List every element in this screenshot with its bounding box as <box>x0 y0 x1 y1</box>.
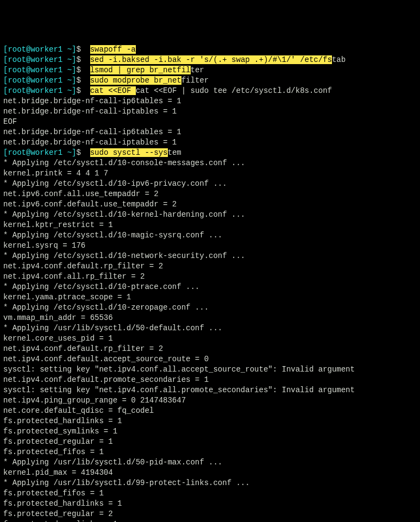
terminal-output[interactable]: [root@worker1 ~]$ swapoff -a[root@worker… <box>3 45 417 522</box>
output-text: * Applying /etc/sysctl.d/10-kernel-harde… <box>3 210 245 219</box>
output-text: fs.protected_symlinks = 1 <box>3 520 117 522</box>
prompt-dollar: $ <box>76 86 85 95</box>
prompt-user: root <box>8 86 26 95</box>
output-text: net.ipv6.conf.default.use_tempaddr = 2 <box>3 200 177 209</box>
terminal-line: net.ipv4.conf.default.promote_secondarie… <box>3 375 417 385</box>
terminal-line: net.bridge.bridge-nf-call-ip6tables = 1 <box>3 96 417 106</box>
terminal-line: kernel.printk = 4 4 1 7 <box>3 168 417 179</box>
terminal-line: fs.protected_regular = 1 <box>3 437 417 447</box>
prompt-user: root <box>8 55 26 64</box>
terminal-line: [root@worker1 ~]$ sudo sysctl --system <box>3 148 417 158</box>
terminal-line: [root@worker1 ~]$ lsmod | grep br_netfil… <box>3 65 417 76</box>
terminal-line: * Applying /etc/sysctl.d/10-ptrace.conf … <box>3 282 417 292</box>
command-text: ter <box>191 66 204 74</box>
output-text: * Applying /etc/sysctl.d/10-console-mess… <box>3 159 245 167</box>
terminal-line: net.core.default_qdisc = fq_codel <box>3 406 417 416</box>
output-text: * Applying /etc/sysctl.d/10-network-secu… <box>3 251 245 260</box>
terminal-line: [root@worker1 ~]$ sudo modprobe br_netfi… <box>3 76 417 86</box>
command-text <box>85 148 90 157</box>
terminal-line: fs.protected_regular = 2 <box>3 509 417 519</box>
output-text: net.ipv6.conf.all.use_tempaddr = 2 <box>3 190 159 198</box>
output-text: net.ipv4.conf.default.rp_filter = 2 <box>3 344 163 353</box>
terminal-line: [root@worker1 ~]$ cat <<EOF cat <<EOF | … <box>3 86 417 96</box>
output-text: EOF <box>3 117 17 126</box>
terminal-line: * Applying /etc/sysctl.d/10-zeropage.con… <box>3 303 417 313</box>
terminal-line: * Applying /usr/lib/sysctl.d/99-protect-… <box>3 478 417 488</box>
prompt-host: worker1 <box>30 148 62 157</box>
output-text: kernel.yama.ptrace_scope = 1 <box>3 293 131 301</box>
output-text: kernel.core_uses_pid = 1 <box>3 334 113 343</box>
command-text <box>85 76 90 85</box>
output-text: fs.protected_fifos = 1 <box>3 489 104 498</box>
terminal-line: fs.protected_hardlinks = 1 <box>3 499 417 509</box>
terminal-line: vm.mmap_min_addr = 65536 <box>3 313 417 323</box>
terminal-line: net.ipv4.conf.default.accept_source_rout… <box>3 354 417 364</box>
highlighted-command-text: swapoff -a <box>90 45 136 54</box>
command-text: tab <box>332 55 346 64</box>
highlighted-command-text: sudo modprobe br_net <box>90 76 181 85</box>
prompt-host: worker1 <box>30 76 62 85</box>
prompt-host: worker1 <box>30 86 62 95</box>
output-text: net.bridge.bridge-nf-call-ip6tables = 1 <box>3 97 181 105</box>
terminal-line: net.bridge.bridge-nf-call-ip6tables = 1 <box>3 127 417 137</box>
prompt-host: worker1 <box>30 45 62 54</box>
terminal-line: EOF <box>3 117 417 127</box>
highlighted-command-text: lsmod | grep br_netfil <box>90 66 191 74</box>
terminal-line: fs.protected_fifos = 1 <box>3 447 417 457</box>
terminal-line: fs.protected_hardlinks = 1 <box>3 416 417 426</box>
highlighted-command-text: sed -i.bak -r 's/(.+ swap .+)/#\1/' /etc… <box>136 55 332 64</box>
output-text: net.ipv4.conf.all.rp_filter = 2 <box>3 272 145 281</box>
terminal-line: kernel.kptr_restrict = 1 <box>3 220 417 230</box>
output-text: net.ipv4.ping_group_range = 0 2147483647 <box>3 396 186 405</box>
terminal-line: net.bridge.bridge-nf-call-iptables = 1 <box>3 106 417 117</box>
prompt-user: root <box>8 45 26 54</box>
output-text: net.ipv4.conf.default.accept_source_rout… <box>3 355 209 363</box>
output-text: vm.mmap_min_addr = 65536 <box>3 313 113 322</box>
prompt-path: ~ <box>62 148 72 157</box>
terminal-line: sysctl: setting key "net.ipv4.conf.all.a… <box>3 364 417 375</box>
command-text: filter <box>181 76 209 85</box>
output-text: net.ipv4.conf.default.promote_secondarie… <box>3 375 209 384</box>
terminal-line: net.ipv4.ping_group_range = 0 2147483647 <box>3 395 417 406</box>
highlighted-command-text: sed -i.bak <box>90 55 136 64</box>
prompt-path: ~ <box>62 55 72 64</box>
terminal-line: net.ipv6.conf.default.use_tempaddr = 2 <box>3 199 417 210</box>
output-text: net.core.default_qdisc = fq_codel <box>3 406 154 415</box>
terminal-line: net.ipv6.conf.all.use_tempaddr = 2 <box>3 189 417 199</box>
output-text: sysctl: setting key "net.ipv4.conf.all.p… <box>3 386 355 394</box>
command-text: tem <box>168 148 181 157</box>
output-text: * Applying /etc/sysctl.d/10-ipv6-privacy… <box>3 179 227 188</box>
terminal-line: kernel.yama.ptrace_scope = 1 <box>3 292 417 303</box>
output-text: fs.protected_regular = 1 <box>3 437 113 446</box>
command-text <box>85 66 90 74</box>
output-text: kernel.pid_max = 4194304 <box>3 468 113 477</box>
terminal-line: [root@worker1 ~]$ sed -i.baksed -i.bak -… <box>3 55 417 65</box>
output-text: * Applying /etc/sysctl.d/10-ptrace.conf … <box>3 282 199 291</box>
output-text: sysctl: setting key "net.ipv4.conf.all.a… <box>3 365 355 374</box>
output-text: net.ipv4.conf.default.rp_filter = 2 <box>3 262 163 271</box>
output-text: kernel.sysrq = 176 <box>3 241 85 250</box>
output-text: net.bridge.bridge-nf-call-iptables = 1 <box>3 107 177 116</box>
output-text: * Applying /usr/lib/sysctl.d/99-protect-… <box>3 479 250 487</box>
output-text: fs.protected_fifos = 1 <box>3 448 104 456</box>
prompt-dollar: $ <box>76 148 85 157</box>
prompt-user: root <box>8 148 26 157</box>
terminal-line: net.ipv4.conf.default.rp_filter = 2 <box>3 261 417 272</box>
output-text: fs.protected_hardlinks = 1 <box>3 499 122 508</box>
command-text: cat <<EOF | sudo tee /etc/sysctl.d/k8s.c… <box>136 86 332 95</box>
output-text: net.bridge.bridge-nf-call-ip6tables = 1 <box>3 128 181 136</box>
output-text: kernel.printk = 4 4 1 7 <box>3 169 108 178</box>
prompt-host: worker1 <box>30 66 62 74</box>
terminal-line: * Applying /usr/lib/sysctl.d/50-default.… <box>3 323 417 334</box>
output-text: * Applying /usr/lib/sysctl.d/50-default.… <box>3 324 222 332</box>
terminal-line: [root@worker1 ~]$ swapoff -a <box>3 45 417 55</box>
command-text <box>85 86 90 95</box>
prompt-dollar: $ <box>76 76 85 85</box>
terminal-line: fs.protected_symlinks = 1 <box>3 519 417 522</box>
output-text: * Applying /etc/sysctl.d/10-zeropage.con… <box>3 303 209 312</box>
prompt-path: ~ <box>62 86 72 95</box>
prompt-path: ~ <box>62 76 72 85</box>
terminal-line: * Applying /usr/lib/sysctl.d/50-pid-max.… <box>3 457 417 468</box>
prompt-user: root <box>8 66 26 74</box>
prompt-dollar: $ <box>76 66 85 74</box>
